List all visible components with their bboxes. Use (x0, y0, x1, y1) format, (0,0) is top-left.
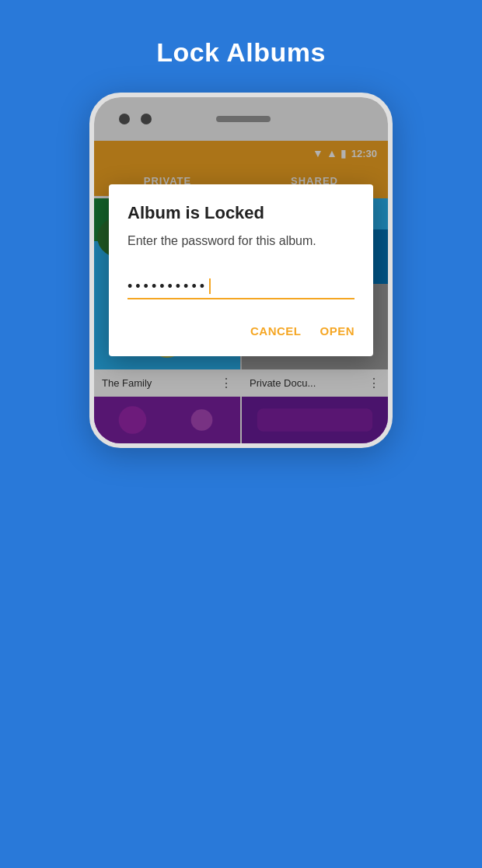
password-display: •••••••••• (127, 275, 355, 299)
dialog-overlay: Album is Locked Enter the password for t… (94, 97, 388, 443)
phone-body: ▼ ▲ ▮ 12:30 PRIVATE SHARED (89, 93, 393, 448)
open-button[interactable]: OPEN (320, 318, 355, 344)
text-cursor (209, 278, 211, 294)
password-dots-text: •••••••••• (127, 278, 208, 295)
phone-mockup: ▼ ▲ ▮ 12:30 PRIVATE SHARED (0, 93, 482, 448)
page-title: Lock Albums (0, 0, 482, 93)
dialog-title: Album is Locked (127, 203, 355, 223)
lock-dialog: Album is Locked Enter the password for t… (109, 184, 373, 355)
password-field-wrapper[interactable]: •••••••••• (127, 275, 355, 299)
cancel-button[interactable]: CANCEL (250, 318, 302, 344)
dialog-buttons: CANCEL OPEN (127, 318, 355, 344)
dialog-message: Enter the password for this album. (127, 233, 355, 250)
